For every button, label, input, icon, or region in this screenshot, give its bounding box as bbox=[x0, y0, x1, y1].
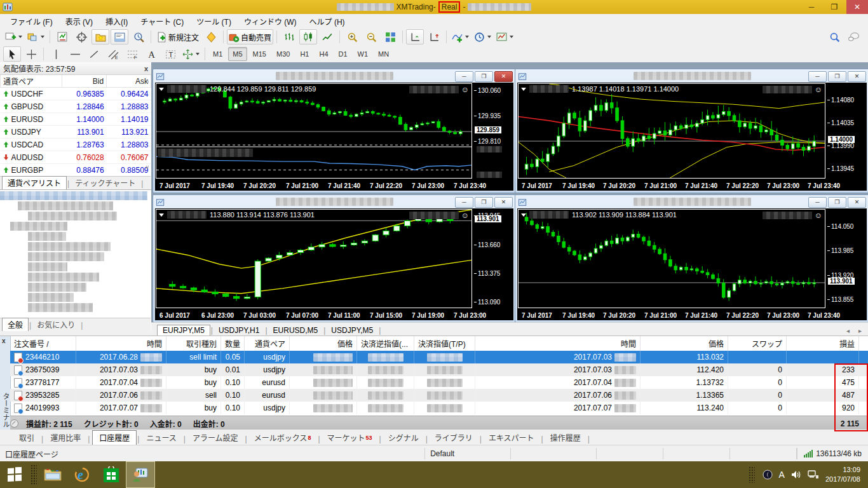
terminal-tab-0[interactable]: 取引 bbox=[13, 431, 41, 445]
timeframe-button-d1[interactable]: D1 bbox=[334, 47, 352, 61]
chart-restore-button[interactable]: ❐ bbox=[475, 71, 493, 82]
chart-restore-button[interactable]: ❐ bbox=[475, 197, 493, 208]
history-col-2[interactable]: 取引種別 bbox=[166, 336, 221, 351]
horizontal-line-tool-button[interactable] bbox=[66, 46, 84, 62]
new-chart-button[interactable] bbox=[3, 29, 24, 44]
smiley-icon[interactable]: ☺ bbox=[815, 85, 822, 94]
restore-button[interactable]: ❐ bbox=[824, 0, 845, 14]
menu-item-4[interactable]: ツール (T) bbox=[190, 15, 238, 28]
menu-item-1[interactable]: 表示 (V) bbox=[59, 15, 99, 28]
chart-window-eurjpy-m5[interactable]: ─❐✕129.844 129.859 129.811 129.859☺130.0… bbox=[153, 69, 516, 193]
chart-minimize-button[interactable]: ─ bbox=[455, 197, 473, 208]
community-chat-button[interactable] bbox=[844, 29, 862, 44]
expand-arrow-icon[interactable] bbox=[159, 214, 164, 217]
history-table-header[interactable]: 注文番号 /時間取引種別数量通貨ペア価格決済逆指値(...決済指値(T/P)時間… bbox=[10, 336, 868, 351]
terminal-tab-10[interactable]: 操作履歴 bbox=[544, 431, 587, 445]
ime-indicator[interactable]: A bbox=[779, 470, 785, 480]
candlestick-mode-button[interactable] bbox=[299, 29, 317, 44]
menu-item-2[interactable]: 挿入(I) bbox=[99, 15, 134, 28]
label-tool-button[interactable]: T bbox=[161, 46, 179, 62]
menu-item-0[interactable]: ファイル (F) bbox=[4, 15, 59, 28]
terminal-tab-7[interactable]: シグナル bbox=[382, 431, 425, 445]
mw-row-usdcad[interactable]: USDCAD1.287631.28803 bbox=[1, 139, 151, 151]
mw-col-2[interactable]: Ask bbox=[107, 75, 151, 88]
terminal-tab-4[interactable]: アラーム設定 bbox=[186, 431, 245, 445]
terminal-tab-8[interactable]: ライブラリ bbox=[428, 431, 479, 445]
chart-plot-area[interactable]: 113.902 113.909 113.884 113.901☺ bbox=[518, 209, 825, 308]
mw-row-eurgbp[interactable]: EURGBP0.884760.88509 bbox=[1, 164, 151, 177]
mt4-taskbar-button[interactable] bbox=[126, 461, 155, 488]
chart-plot-area[interactable]: 1.13987 1.14018 1.13971 1.14000☺ bbox=[518, 83, 825, 179]
history-col-0[interactable]: 注文番号 / bbox=[10, 336, 76, 351]
trendline-tool-button[interactable] bbox=[85, 46, 103, 62]
chart-close-button[interactable]: ✕ bbox=[848, 71, 866, 82]
terminal-tab-5[interactable]: メールボックス8 bbox=[248, 431, 318, 445]
chart-tab-0[interactable]: EURJPY,M5 bbox=[157, 325, 210, 336]
periods-button[interactable] bbox=[472, 29, 493, 44]
bar-chart-mode-button[interactable] bbox=[280, 29, 298, 44]
chart-plot-area[interactable]: 113.880 113.914 113.876 113.901☺ bbox=[156, 209, 472, 308]
indicators-button[interactable] bbox=[450, 29, 471, 44]
history-row-23953285[interactable]: 239532852017.07.06sell0.10eurusd2017.07.… bbox=[10, 389, 868, 402]
tile-windows-button[interactable] bbox=[381, 29, 399, 44]
terminal-toggle-button[interactable] bbox=[111, 29, 128, 44]
crosshair-tool-button[interactable] bbox=[22, 46, 40, 62]
strategy-tester-toggle-button[interactable] bbox=[130, 29, 147, 44]
market-watch-toggle-button[interactable] bbox=[53, 29, 71, 44]
tab-scroll-left-icon[interactable]: ◂ bbox=[846, 327, 850, 334]
timeframe-button-m5[interactable]: M5 bbox=[228, 47, 247, 61]
start-button[interactable] bbox=[0, 461, 29, 488]
price-axis[interactable]: 114.050113.985113.920113.855113.901 bbox=[827, 209, 867, 307]
mw-tab-0[interactable]: 通貨ペアリスト bbox=[2, 176, 67, 189]
network-icon[interactable] bbox=[808, 470, 819, 479]
chart-minimize-button[interactable]: ─ bbox=[455, 71, 473, 82]
chart-close-button[interactable]: ✕ bbox=[494, 197, 513, 208]
terminal-tab-9[interactable]: エキスパート bbox=[482, 431, 541, 445]
profiles-button[interactable] bbox=[25, 29, 46, 44]
history-row-23675039[interactable]: 236750392017.07.03buy0.01usdjpy2017.07.0… bbox=[10, 363, 868, 376]
auto-trading-button[interactable]: 自動売買 bbox=[227, 29, 273, 44]
history-col-3[interactable]: 数量 bbox=[221, 336, 245, 351]
windows-store-button[interactable] bbox=[97, 461, 126, 488]
history-row-24019993[interactable]: 240199932017.07.07buy0.10usdjpy2017.07.0… bbox=[10, 402, 868, 414]
history-row-23778177[interactable]: 237781772017.07.04buy0.10eurusd2017.07.0… bbox=[10, 376, 868, 389]
price-axis[interactable]: 1.140801.140351.139901.139451.14000 bbox=[827, 83, 867, 177]
market-watch-close-icon[interactable]: x bbox=[144, 65, 148, 72]
fibonacci-tool-button[interactable]: F bbox=[123, 46, 141, 62]
close-button[interactable]: ✕ bbox=[846, 0, 868, 14]
internet-explorer-button[interactable]: e bbox=[67, 461, 97, 488]
history-col-5[interactable]: 価格 bbox=[290, 336, 357, 351]
chart-window-eurusd-m5[interactable]: ─❐✕1.13987 1.14018 1.13971 1.14000☺1.140… bbox=[515, 69, 868, 193]
timeframe-button-m1[interactable]: M1 bbox=[208, 47, 227, 61]
tray-hidden-icons[interactable] bbox=[749, 466, 755, 483]
chart-close-button[interactable]: ✕ bbox=[494, 71, 513, 82]
mw-row-audusd[interactable]: AUDUSD0.760280.76067 bbox=[1, 151, 151, 164]
chart-window-usdjpy-m5[interactable]: ─❐✕113.902 113.909 113.884 113.901☺114.0… bbox=[515, 194, 868, 323]
new-order-button[interactable]: 新規注文 bbox=[154, 29, 201, 44]
templates-button[interactable] bbox=[494, 29, 515, 44]
text-tool-button[interactable]: A bbox=[142, 46, 160, 62]
chart-close-button[interactable]: ✕ bbox=[848, 197, 866, 208]
vertical-line-tool-button[interactable] bbox=[47, 46, 65, 62]
smiley-icon[interactable]: ☺ bbox=[461, 85, 469, 94]
time-axis[interactable]: 7 Jul 20177 Jul 19:407 Jul 20:207 Jul 21… bbox=[518, 312, 824, 320]
timeframe-button-m15[interactable]: M15 bbox=[248, 47, 271, 61]
file-explorer-button[interactable] bbox=[38, 461, 67, 488]
chart-window-usdjpy-h1[interactable]: ─❐✕113.880 113.914 113.876 113.901☺113.9… bbox=[153, 194, 516, 323]
arrows-tool-button[interactable] bbox=[180, 46, 201, 62]
smiley-icon[interactable]: ☺ bbox=[815, 211, 822, 220]
chart-minimize-button[interactable]: ─ bbox=[808, 71, 827, 82]
line-chart-mode-button[interactable] bbox=[318, 29, 336, 44]
timeframe-button-m30[interactable]: M30 bbox=[272, 47, 294, 61]
cursor-tool-button[interactable] bbox=[3, 46, 21, 62]
history-col-6[interactable]: 決済逆指値(... bbox=[357, 336, 414, 351]
terminal-close-icon[interactable]: x bbox=[2, 337, 6, 344]
price-axis[interactable]: 130.060129.935129.810129.859 bbox=[474, 83, 513, 177]
expand-arrow-icon[interactable] bbox=[159, 88, 164, 91]
chart-restore-button[interactable]: ❐ bbox=[828, 197, 846, 208]
timeframe-button-h1[interactable]: H1 bbox=[295, 47, 313, 61]
menu-item-5[interactable]: ウィンドウ (W) bbox=[238, 15, 303, 28]
terminal-tab-1[interactable]: 運用比率 bbox=[44, 431, 87, 445]
time-axis[interactable]: 7 Jul 20177 Jul 19:407 Jul 20:207 Jul 21… bbox=[518, 182, 824, 191]
terminal-tab-6[interactable]: マーケット53 bbox=[321, 431, 379, 445]
